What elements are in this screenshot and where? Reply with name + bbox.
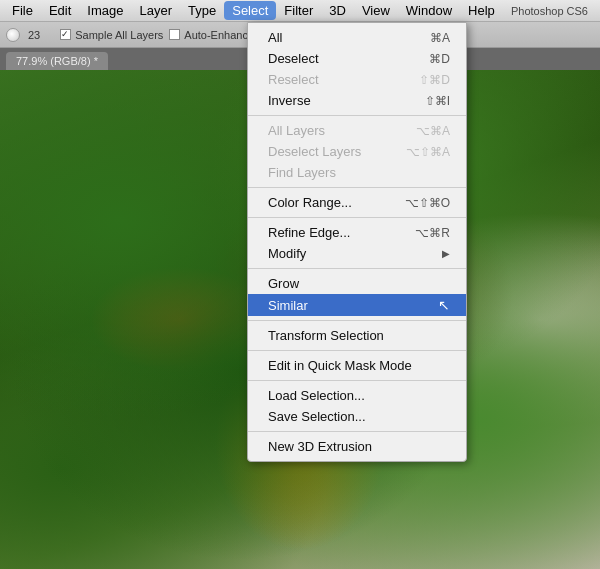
menu-file[interactable]: File: [4, 1, 41, 20]
separator-1: [248, 115, 466, 116]
menu-3d[interactable]: 3D: [321, 1, 354, 20]
menu-item-new-3d-label: New 3D Extrusion: [268, 439, 372, 454]
separator-2: [248, 187, 466, 188]
separator-4: [248, 268, 466, 269]
menu-item-similar[interactable]: Similar ↖: [248, 294, 466, 316]
menu-item-all-label: All: [268, 30, 282, 45]
menu-item-reselect-label: Reselect: [268, 72, 319, 87]
select-menu: All ⌘A Deselect ⌘D Reselect ⇧⌘D Inverse …: [247, 22, 467, 462]
submenu-arrow-icon: ▶: [442, 248, 450, 259]
menu-item-find-layers-label: Find Layers: [268, 165, 336, 180]
menu-item-transform-selection-label: Transform Selection: [268, 328, 384, 343]
document-tab[interactable]: 77.9% (RGB/8) *: [6, 52, 108, 70]
menu-item-refine-edge[interactable]: Refine Edge... ⌥⌘R: [248, 222, 466, 243]
menu-item-deselect-label: Deselect: [268, 51, 319, 66]
cursor-indicator: ↖: [438, 297, 450, 313]
separator-3: [248, 217, 466, 218]
menu-item-find-layers: Find Layers: [248, 162, 466, 183]
menu-item-new-3d[interactable]: New 3D Extrusion: [248, 436, 466, 457]
tool-icon: [6, 28, 20, 42]
menu-help[interactable]: Help: [460, 1, 503, 20]
auto-enhance-checkbox[interactable]: [169, 29, 180, 40]
menu-item-refine-edge-label: Refine Edge...: [268, 225, 350, 240]
menu-type[interactable]: Type: [180, 1, 224, 20]
menu-item-quick-mask[interactable]: Edit in Quick Mask Mode: [248, 355, 466, 376]
menu-item-color-range-shortcut: ⌥⇧⌘O: [405, 196, 450, 210]
sample-all-checkbox[interactable]: [60, 29, 71, 40]
menu-item-deselect-layers-shortcut: ⌥⇧⌘A: [406, 145, 450, 159]
menu-select[interactable]: Select: [224, 1, 276, 20]
menu-filter[interactable]: Filter: [276, 1, 321, 20]
menu-item-all-shortcut: ⌘A: [430, 31, 450, 45]
menu-item-modify-label: Modify: [268, 246, 306, 261]
menu-item-quick-mask-label: Edit in Quick Mask Mode: [268, 358, 412, 373]
menu-item-deselect-shortcut: ⌘D: [429, 52, 450, 66]
menu-item-all-layers: All Layers ⌥⌘A: [248, 120, 466, 141]
menu-item-grow[interactable]: Grow: [248, 273, 466, 294]
separator-8: [248, 431, 466, 432]
menu-item-reselect: Reselect ⇧⌘D: [248, 69, 466, 90]
menu-view[interactable]: View: [354, 1, 398, 20]
menu-item-deselect-layers: Deselect Layers ⌥⇧⌘A: [248, 141, 466, 162]
menu-item-inverse-shortcut: ⇧⌘I: [425, 94, 450, 108]
menu-item-grow-label: Grow: [268, 276, 299, 291]
menu-item-save-selection[interactable]: Save Selection...: [248, 406, 466, 427]
app-title: Photoshop CS6: [503, 3, 596, 19]
separator-7: [248, 380, 466, 381]
menu-image[interactable]: Image: [79, 1, 131, 20]
menu-item-color-range-label: Color Range...: [268, 195, 352, 210]
sample-all-label[interactable]: Sample All Layers: [60, 29, 163, 41]
menu-item-load-selection-label: Load Selection...: [268, 388, 365, 403]
menu-item-deselect[interactable]: Deselect ⌘D: [248, 48, 466, 69]
menu-item-all[interactable]: All ⌘A: [248, 27, 466, 48]
auto-enhance-label[interactable]: Auto-Enhance: [169, 29, 254, 41]
menu-layer[interactable]: Layer: [132, 1, 181, 20]
menu-item-all-layers-shortcut: ⌥⌘A: [416, 124, 450, 138]
menu-edit[interactable]: Edit: [41, 1, 79, 20]
menu-item-reselect-shortcut: ⇧⌘D: [419, 73, 450, 87]
separator-6: [248, 350, 466, 351]
menu-item-color-range[interactable]: Color Range... ⌥⇧⌘O: [248, 192, 466, 213]
menu-item-load-selection[interactable]: Load Selection...: [248, 385, 466, 406]
menu-item-modify[interactable]: Modify ▶: [248, 243, 466, 264]
separator-5: [248, 320, 466, 321]
menu-item-inverse[interactable]: Inverse ⇧⌘I: [248, 90, 466, 111]
menu-item-refine-edge-shortcut: ⌥⌘R: [415, 226, 450, 240]
menu-item-inverse-label: Inverse: [268, 93, 311, 108]
menu-item-transform-selection[interactable]: Transform Selection: [248, 325, 466, 346]
menu-item-all-layers-label: All Layers: [268, 123, 325, 138]
menu-bar: File Edit Image Layer Type Select Filter…: [0, 0, 600, 22]
menu-item-save-selection-label: Save Selection...: [268, 409, 366, 424]
menu-item-similar-label: Similar: [268, 298, 308, 313]
tool-size: 23: [28, 29, 40, 41]
menu-window[interactable]: Window: [398, 1, 460, 20]
menu-item-deselect-layers-label: Deselect Layers: [268, 144, 361, 159]
